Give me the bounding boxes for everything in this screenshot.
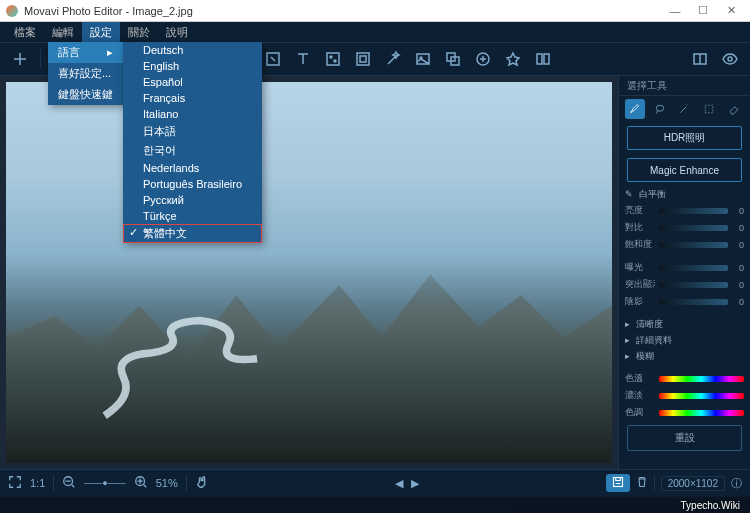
lasso-tool-icon[interactable] (650, 99, 670, 119)
white-balance-row[interactable]: ✎ 白平衡 (619, 186, 750, 202)
eyedropper-icon: ✎ (625, 189, 633, 199)
main-area: 選擇工具 HDR照明 Magic Enhance ✎ 白平衡 亮度0 對比0 飽… (0, 76, 750, 469)
eraser-tool-icon[interactable] (724, 99, 744, 119)
menu-about[interactable]: 關於 (120, 22, 158, 42)
svg-rect-19 (613, 478, 622, 487)
brightness-slider[interactable]: 亮度0 (619, 202, 750, 219)
menu-edit[interactable]: 編輯 (44, 22, 82, 42)
svg-point-2 (330, 56, 332, 58)
next-image-icon[interactable]: ▶ (411, 477, 419, 490)
lang-japanese[interactable]: 日本語 (123, 122, 262, 141)
chevron-right-icon: ▸ (107, 46, 113, 59)
hand-tool-icon[interactable] (195, 475, 209, 491)
info-icon[interactable]: ⓘ (731, 476, 742, 491)
settings-dropdown: 語言▸ 喜好設定... 鍵盤快速鍵 (48, 42, 131, 105)
brush-tool-icon[interactable] (625, 99, 645, 119)
shadows-slider[interactable]: 陰影0 (619, 293, 750, 310)
details-row[interactable]: ▸詳細資料 (619, 332, 750, 348)
canvas[interactable] (0, 76, 618, 469)
frame-icon[interactable] (349, 45, 377, 73)
lang-turkce[interactable]: Türkçe (123, 208, 262, 224)
menu-bar: 檔案 編輯 設定 關於 說明 (0, 22, 750, 42)
lang-italiano[interactable]: Italiano (123, 106, 262, 122)
effects-icon[interactable] (499, 45, 527, 73)
canvas-image (6, 82, 612, 463)
trash-icon[interactable] (636, 476, 648, 490)
svg-rect-1 (327, 53, 339, 65)
text-icon[interactable] (289, 45, 317, 73)
app-icon (6, 5, 18, 17)
prev-image-icon[interactable]: ◀ (395, 477, 403, 490)
lang-nederlands[interactable]: Nederlands (123, 160, 262, 176)
menu-help[interactable]: 說明 (158, 22, 196, 42)
lang-traditional-chinese[interactable]: 繁體中文 (123, 224, 262, 243)
magic-enhance-button[interactable]: Magic Enhance (627, 158, 742, 182)
menu-file[interactable]: 檔案 (6, 22, 44, 42)
retouch-icon[interactable] (469, 45, 497, 73)
menu-settings[interactable]: 設定 (82, 22, 120, 42)
sidebar: 選擇工具 HDR照明 Magic Enhance ✎ 白平衡 亮度0 對比0 飽… (618, 76, 750, 469)
lang-francais[interactable]: Français (123, 90, 262, 106)
svg-rect-4 (357, 53, 369, 65)
wand-tool-icon[interactable] (674, 99, 694, 119)
selection-tool-row (619, 96, 750, 122)
lang-espanol[interactable]: Español (123, 74, 262, 90)
hdr-button[interactable]: HDR照明 (627, 126, 742, 150)
title-bar: Movavi Photo Editor - Image_2.jpg — ☐ ✕ (0, 0, 750, 22)
reset-button[interactable]: 重設 (627, 425, 742, 451)
dropdown-preferences[interactable]: 喜好設定... (48, 63, 131, 84)
svg-point-3 (334, 60, 336, 62)
clone-icon[interactable] (439, 45, 467, 73)
noise-icon[interactable] (319, 45, 347, 73)
lang-korean[interactable]: 한국어 (123, 141, 262, 160)
window-title: Movavi Photo Editor - Image_2.jpg (24, 5, 662, 17)
before-after-icon[interactable] (686, 45, 714, 73)
language-submenu: Deutsch English Español Français Italian… (123, 42, 262, 243)
zoom-out-icon[interactable] (62, 475, 76, 491)
svg-rect-5 (360, 56, 366, 62)
status-bar: 1:1 ——●—— 51% ◀ ▶ 2000×1102 ⓘ (0, 469, 750, 496)
canvas-area (0, 76, 618, 469)
save-icon[interactable] (606, 474, 630, 492)
tint-slider[interactable]: 濃淡 (619, 387, 750, 404)
wand-icon[interactable] (379, 45, 407, 73)
lang-english[interactable]: English (123, 58, 262, 74)
svg-rect-12 (544, 54, 549, 64)
minimize-button[interactable]: — (662, 1, 688, 21)
zoom-in-icon[interactable] (134, 475, 148, 491)
lang-deutsch[interactable]: Deutsch (123, 42, 262, 58)
dimensions-display: 2000×1102 (661, 476, 725, 491)
blur-row[interactable]: ▸模糊 (619, 348, 750, 364)
add-button[interactable] (6, 45, 34, 73)
maximize-button[interactable]: ☐ (690, 1, 716, 21)
exposure-slider[interactable]: 曝光0 (619, 259, 750, 276)
svg-rect-16 (705, 105, 713, 113)
dropdown-language[interactable]: 語言▸ (48, 42, 131, 63)
marquee-tool-icon[interactable] (699, 99, 719, 119)
highlights-slider[interactable]: 突出顯示0 (619, 276, 750, 293)
dropdown-shortcuts[interactable]: 鍵盤快速鍵 (48, 84, 131, 105)
sidebar-header: 選擇工具 (619, 76, 750, 96)
sharpness-row[interactable]: ▸清晰度 (619, 316, 750, 332)
svg-point-14 (728, 57, 732, 61)
hue-slider[interactable]: 色調 (619, 404, 750, 421)
image-icon[interactable] (409, 45, 437, 73)
lang-portugues[interactable]: Português Brasileiro (123, 176, 262, 192)
svg-rect-11 (537, 54, 542, 64)
compare-icon[interactable] (529, 45, 557, 73)
zoom-ratio[interactable]: 1:1 (30, 477, 45, 489)
watermark: Typecho.Wiki (0, 497, 750, 513)
saturation-slider[interactable]: 飽和度0 (619, 236, 750, 253)
contrast-slider[interactable]: 對比0 (619, 219, 750, 236)
zoom-percent: 51% (156, 477, 178, 489)
lang-russian[interactable]: Русский (123, 192, 262, 208)
temperature-slider[interactable]: 色溫 (619, 370, 750, 387)
close-button[interactable]: ✕ (718, 1, 744, 21)
resize-icon[interactable] (259, 45, 287, 73)
fullscreen-icon[interactable] (8, 475, 22, 491)
svg-point-15 (656, 105, 664, 111)
eye-icon[interactable] (716, 45, 744, 73)
